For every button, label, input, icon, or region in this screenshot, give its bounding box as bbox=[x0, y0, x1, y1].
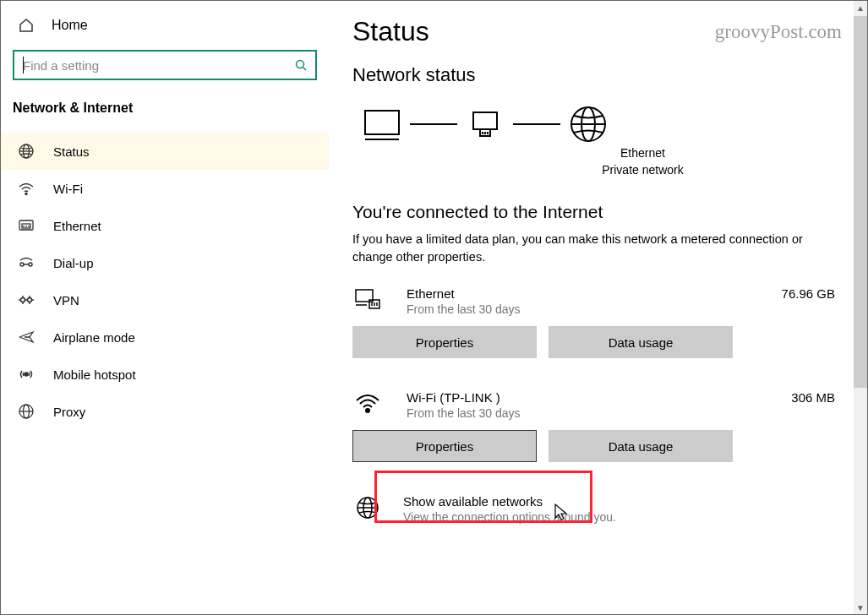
diagram-mid-label: Ethernet bbox=[450, 145, 835, 162]
wifi-button-row: Properties Data usage bbox=[352, 430, 835, 462]
ethernet-button-row: Properties Data usage bbox=[352, 326, 835, 358]
ethernet-device-icon bbox=[352, 286, 383, 312]
section-heading: Network status bbox=[352, 64, 835, 86]
wifi-device-icon bbox=[352, 390, 383, 414]
home-row[interactable]: Home bbox=[1, 18, 329, 33]
connection-sub: From the last 30 days bbox=[407, 302, 758, 316]
home-label: Home bbox=[52, 18, 88, 33]
svg-line-1 bbox=[303, 68, 307, 71]
sidebar-section-title: Network & Internet bbox=[1, 101, 329, 116]
text-caret bbox=[23, 57, 24, 73]
svg-point-13 bbox=[21, 298, 25, 302]
sidebar-item-label: Ethernet bbox=[53, 219, 101, 233]
svg-point-35 bbox=[366, 409, 369, 412]
scrollbar-thumb[interactable] bbox=[854, 16, 867, 388]
vpn-icon bbox=[18, 291, 35, 308]
router-icon bbox=[464, 106, 506, 142]
airplane-icon bbox=[18, 329, 35, 346]
diagram-line bbox=[513, 123, 560, 125]
watermark-text: groovyPost.com bbox=[715, 21, 842, 43]
sidebar-item-wifi[interactable]: Wi-Fi bbox=[1, 170, 329, 207]
connection-name: Ethernet bbox=[407, 286, 758, 301]
connection-name: Wi-Fi (TP-LINK ) bbox=[407, 390, 767, 405]
svg-point-0 bbox=[297, 61, 304, 68]
computer-icon bbox=[361, 106, 403, 142]
hotspot-icon bbox=[18, 366, 35, 383]
available-networks-row[interactable]: Show available networks View the connect… bbox=[352, 494, 835, 524]
main-content: groovyPost.com Status Network status Eth… bbox=[329, 1, 867, 614]
network-diagram bbox=[352, 106, 835, 142]
svg-rect-19 bbox=[365, 111, 399, 134]
sidebar-item-status[interactable]: Status bbox=[1, 133, 329, 170]
dialup-icon bbox=[18, 254, 35, 271]
sidebar-item-hotspot[interactable]: Mobile hotspot bbox=[1, 356, 329, 393]
globe-large-icon bbox=[567, 106, 609, 142]
connected-heading: You're connected to the Internet bbox=[352, 202, 835, 222]
globe-icon bbox=[18, 143, 35, 160]
svg-rect-21 bbox=[473, 112, 497, 129]
sidebar-item-label: VPN bbox=[53, 293, 79, 308]
ethernet-data-usage-button[interactable]: Data usage bbox=[549, 326, 733, 358]
wifi-icon bbox=[18, 180, 35, 197]
search-input[interactable] bbox=[23, 58, 295, 73]
diagram-line bbox=[410, 123, 457, 125]
ethernet-icon bbox=[18, 217, 35, 234]
connected-desc: If you have a limited data plan, you can… bbox=[352, 231, 835, 266]
search-input-container[interactable] bbox=[13, 50, 317, 80]
proxy-icon bbox=[18, 403, 35, 420]
connection-sub: From the last 30 days bbox=[407, 406, 767, 420]
diagram-caption: Ethernet Private network bbox=[450, 145, 835, 178]
available-sub: View the connection options around you. bbox=[403, 510, 616, 524]
svg-point-5 bbox=[25, 193, 27, 195]
ethernet-properties-button[interactable]: Properties bbox=[352, 326, 537, 358]
svg-point-15 bbox=[25, 373, 28, 376]
svg-point-12 bbox=[29, 263, 32, 266]
sidebar-item-label: Airplane mode bbox=[53, 330, 135, 345]
svg-point-14 bbox=[28, 298, 32, 302]
sidebar-item-label: Status bbox=[53, 144, 90, 159]
connection-item-wifi: Wi-Fi (TP-LINK ) From the last 30 days 3… bbox=[352, 390, 835, 420]
connection-usage: 76.96 GB bbox=[782, 286, 835, 301]
sidebar: Home Network & Internet Status Wi-Fi Eth… bbox=[1, 1, 329, 614]
sidebar-item-vpn[interactable]: VPN bbox=[1, 281, 329, 318]
svg-point-11 bbox=[20, 263, 24, 266]
home-icon bbox=[18, 18, 35, 33]
sidebar-item-label: Mobile hotspot bbox=[53, 367, 136, 382]
scrollbar-up-icon[interactable]: ▲ bbox=[854, 1, 867, 14]
sidebar-item-label: Wi-Fi bbox=[53, 182, 83, 196]
scrollbar-down-icon[interactable]: ▼ bbox=[854, 601, 867, 614]
sidebar-item-label: Dial-up bbox=[53, 256, 94, 270]
sidebar-item-dialup[interactable]: Dial-up bbox=[1, 244, 329, 281]
globe-small-icon bbox=[352, 494, 383, 520]
wifi-properties-button[interactable]: Properties bbox=[352, 430, 537, 462]
wifi-data-usage-button[interactable]: Data usage bbox=[549, 430, 733, 462]
sidebar-item-proxy[interactable]: Proxy bbox=[1, 393, 329, 430]
search-icon bbox=[295, 59, 307, 71]
available-title: Show available networks bbox=[403, 494, 616, 509]
sidebar-item-label: Proxy bbox=[53, 405, 85, 419]
sidebar-item-airplane[interactable]: Airplane mode bbox=[1, 318, 329, 356]
connection-item-ethernet: Ethernet From the last 30 days 76.96 GB bbox=[352, 286, 835, 316]
sidebar-item-ethernet[interactable]: Ethernet bbox=[1, 207, 329, 244]
scrollbar-track[interactable]: ▲ ▼ bbox=[854, 1, 867, 614]
diagram-mid-sub: Private network bbox=[450, 162, 835, 179]
connection-usage: 306 MB bbox=[791, 390, 835, 405]
